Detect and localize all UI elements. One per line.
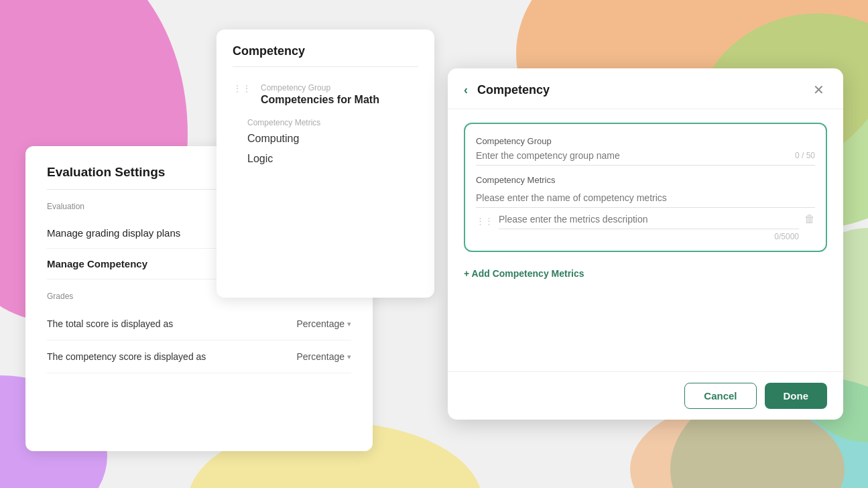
comp-metrics-sublabel: Competency Metrics — [247, 118, 418, 127]
metrics-drag-handle-icon[interactable]: ⋮⋮ — [476, 213, 493, 226]
grade-competency-label: The competency score is displayed as — [47, 351, 206, 362]
modal-title: Competency — [477, 83, 805, 97]
competency-group-info: Competency Group Competencies for Math — [261, 83, 379, 111]
modal-back-button[interactable]: ‹ — [460, 82, 472, 99]
form-card: Competency Group 0 / 50 Competency Metri… — [464, 123, 827, 252]
metrics-desc-input[interactable] — [499, 214, 799, 229]
modal-body: Competency Group 0 / 50 Competency Metri… — [448, 109, 843, 371]
delete-metrics-icon[interactable]: 🗑 — [804, 213, 815, 225]
competency-list-panel: Competency ⋮⋮ Competency Group Competenc… — [216, 29, 434, 298]
competency-modal: ‹ Competency ✕ Competency Group 0 / 50 C… — [448, 68, 843, 420]
metrics-char-count: 0/5000 — [774, 232, 799, 241]
modal-close-button[interactable]: ✕ — [810, 80, 827, 99]
competency-group-form-group: Competency Group 0 / 50 — [476, 136, 815, 166]
grade-competency-value[interactable]: Percentage ▾ — [296, 351, 351, 362]
competency-group-input[interactable] — [476, 150, 790, 161]
metrics-section: Competency Metrics ⋮⋮ 0/5000 🗑 — [476, 175, 815, 241]
comp-metric-logic[interactable]: Logic — [247, 149, 418, 169]
add-metrics-button[interactable]: + Add Competency Metrics — [464, 265, 584, 282]
competency-metrics-section: Competency Metrics Computing Logic — [233, 115, 418, 172]
group-input-row: 0 / 50 — [476, 150, 815, 166]
metrics-name-input[interactable] — [476, 192, 815, 208]
competency-group-row: ⋮⋮ Competency Group Competencies for Mat… — [233, 83, 418, 111]
grade-row-total: The total score is displayed as Percenta… — [47, 308, 351, 341]
competency-group-section: ⋮⋮ Competency Group Competencies for Mat… — [233, 76, 418, 115]
competency-list-title: Competency — [233, 44, 418, 67]
comp-group-name: Competencies for Math — [261, 94, 379, 106]
metrics-desc-footer: 0/5000 — [499, 232, 799, 241]
metrics-desc-row: ⋮⋮ 0/5000 🗑 — [476, 213, 815, 241]
comp-metric-computing[interactable]: Computing — [247, 129, 418, 149]
chevron-down-icon: ▾ — [347, 320, 351, 328]
metrics-desc-col: 0/5000 — [499, 213, 799, 241]
chevron-down-icon-2: ▾ — [347, 353, 351, 361]
modal-header: ‹ Competency ✕ — [448, 68, 843, 109]
cancel-button[interactable]: Cancel — [684, 383, 756, 409]
modal-footer: Cancel Done — [448, 371, 843, 420]
comp-group-sublabel: Competency Group — [261, 83, 379, 93]
grade-total-label: The total score is displayed as — [47, 318, 173, 329]
grade-total-value[interactable]: Percentage ▾ — [296, 318, 351, 329]
competency-group-label: Competency Group — [476, 136, 815, 146]
grade-row-competency: The competency score is displayed as Per… — [47, 341, 351, 373]
group-char-count: 0 / 50 — [795, 151, 815, 160]
drag-handle-icon[interactable]: ⋮⋮ — [233, 83, 251, 94]
metrics-section-label: Competency Metrics — [476, 175, 815, 185]
done-button[interactable]: Done — [765, 383, 828, 409]
